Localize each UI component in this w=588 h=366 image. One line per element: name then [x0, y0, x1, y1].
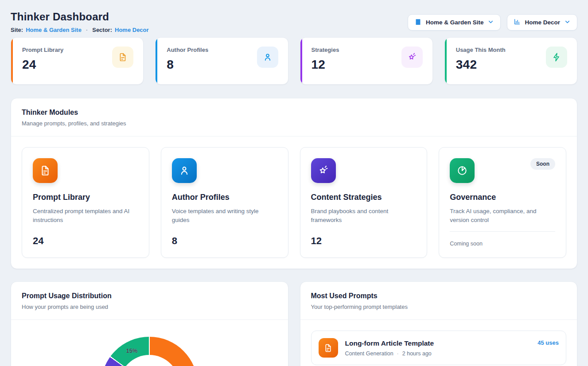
- donut-chart-area: 15%: [11, 320, 288, 366]
- module-card-author-profiles[interactable]: Author Profiles Voice templates and writ…: [161, 147, 288, 258]
- usage-panel-header: Prompt Usage Distribution How your promp…: [11, 282, 288, 320]
- sparkle-star-icon: [401, 47, 423, 68]
- stat-label: Strategies: [312, 47, 339, 53]
- stat-value: 12: [312, 58, 339, 72]
- module-count: 24: [33, 235, 138, 247]
- prompt-list-item[interactable]: Long-form Article Template Content Gener…: [311, 331, 567, 365]
- document-icon: [33, 158, 58, 183]
- usage-panel-subtitle: How your prompts are being used: [22, 304, 277, 310]
- bolt-icon: [546, 47, 567, 68]
- page-title: Thinker Dashboard: [11, 11, 149, 23]
- stat-label: Prompt Library: [22, 47, 63, 53]
- meta-separator: ·: [397, 350, 399, 357]
- prompt-item-category: Content Generation: [345, 350, 393, 357]
- stat-card-strategies[interactable]: Strategies 12: [300, 37, 433, 85]
- sector-selector-label: Home Decor: [525, 19, 560, 26]
- sparkle-star-icon: [311, 158, 336, 183]
- modules-panel-subtitle: Manage prompts, profiles, and strategies: [22, 120, 566, 127]
- stat-card-author-profiles[interactable]: Author Profiles 8: [155, 37, 288, 85]
- prompts-panel-subtitle: Your top-performing prompt templates: [311, 304, 567, 310]
- stats-row: Prompt Library 24 Author Profiles 8 Stra…: [11, 37, 577, 85]
- stat-card-usage[interactable]: Usage This Month 342: [444, 37, 577, 85]
- document-icon: [319, 338, 338, 358]
- module-description: Track AI usage, compliance, and version …: [450, 207, 555, 225]
- coming-soon-text: Coming soon: [450, 231, 555, 247]
- module-title: Content Strategies: [311, 193, 417, 202]
- modules-grid: Prompt Library Centralized prompt templa…: [11, 136, 577, 269]
- title-block: Thinker Dashboard Site: Home & Garden Si…: [11, 11, 149, 33]
- module-title: Governance: [450, 193, 555, 202]
- usage-panel-title: Prompt Usage Distribution: [22, 292, 277, 300]
- sector-selector-dropdown[interactable]: Home Decor: [507, 14, 577, 31]
- prompt-item-time: 2 hours ago: [402, 350, 432, 357]
- prompt-usage-panel: Prompt Usage Distribution How your promp…: [11, 281, 288, 366]
- pie-chart-icon: [450, 158, 475, 183]
- soon-badge: Soon: [530, 158, 555, 170]
- user-icon: [257, 47, 278, 68]
- most-used-prompts-panel: Most Used Prompts Your top-performing pr…: [300, 281, 578, 366]
- bottom-row: Prompt Usage Distribution How your promp…: [11, 281, 577, 366]
- prompts-panel-header: Most Used Prompts Your top-performing pr…: [300, 282, 577, 320]
- module-count: 12: [311, 235, 417, 247]
- bar-chart-icon: [514, 18, 521, 27]
- stat-value: 342: [456, 58, 506, 72]
- module-description: Voice templates and writing style guides: [172, 207, 277, 225]
- building-icon: [414, 18, 422, 27]
- top-actions: Home & Garden Site Home Decor: [408, 14, 577, 31]
- document-icon: [112, 47, 133, 68]
- chevron-down-icon: [487, 19, 494, 27]
- prompt-list: Long-form Article Template Content Gener…: [300, 320, 577, 366]
- sector-label: Sector:: [92, 27, 112, 33]
- donut-segment-label: 15%: [126, 347, 137, 354]
- usage-donut[interactable]: 15%: [101, 337, 198, 366]
- modules-panel-header: Thinker Modules Manage prompts, profiles…: [11, 98, 577, 136]
- stat-label: Usage This Month: [456, 47, 506, 53]
- stat-value: 24: [22, 58, 63, 72]
- module-count: 8: [172, 235, 277, 247]
- stat-label: Author Profiles: [167, 47, 208, 53]
- user-icon: [172, 158, 197, 183]
- modules-panel-title: Thinker Modules: [22, 109, 566, 117]
- prompts-panel-title: Most Used Prompts: [311, 292, 567, 300]
- sector-link[interactable]: Home Decor: [115, 27, 149, 33]
- chevron-down-icon: [564, 19, 571, 27]
- site-label: Site:: [11, 27, 23, 33]
- site-link[interactable]: Home & Garden Site: [26, 27, 82, 33]
- top-bar: Thinker Dashboard Site: Home & Garden Si…: [11, 11, 577, 33]
- module-card-content-strategies[interactable]: Content Strategies Brand playbooks and c…: [300, 147, 428, 258]
- thinker-modules-panel: Thinker Modules Manage prompts, profiles…: [11, 98, 577, 269]
- stat-value: 8: [167, 58, 208, 72]
- prompt-item-title: Long-form Article Template: [345, 339, 434, 347]
- module-description: Brand playbooks and content frameworks: [311, 207, 417, 225]
- breadcrumb: Site: Home & Garden Site · Sector: Home …: [11, 27, 149, 33]
- dashboard-page: Thinker Dashboard Site: Home & Garden Si…: [0, 0, 588, 366]
- breadcrumb-separator: ·: [86, 27, 88, 33]
- prompt-item-uses-badge: 45 uses: [537, 338, 559, 346]
- stat-card-prompt-library[interactable]: Prompt Library 24: [11, 37, 144, 85]
- prompt-item-meta: Content Generation · 2 hours ago: [345, 350, 434, 357]
- module-title: Prompt Library: [33, 193, 138, 202]
- module-card-prompt-library[interactable]: Prompt Library Centralized prompt templa…: [22, 147, 149, 258]
- site-selector-label: Home & Garden Site: [426, 19, 484, 26]
- module-description: Centralized prompt templates and AI inst…: [33, 207, 138, 225]
- site-selector-dropdown[interactable]: Home & Garden Site: [408, 14, 501, 31]
- module-card-governance[interactable]: Soon Governance Track AI usage, complian…: [439, 147, 566, 258]
- module-title: Author Profiles: [172, 193, 277, 202]
